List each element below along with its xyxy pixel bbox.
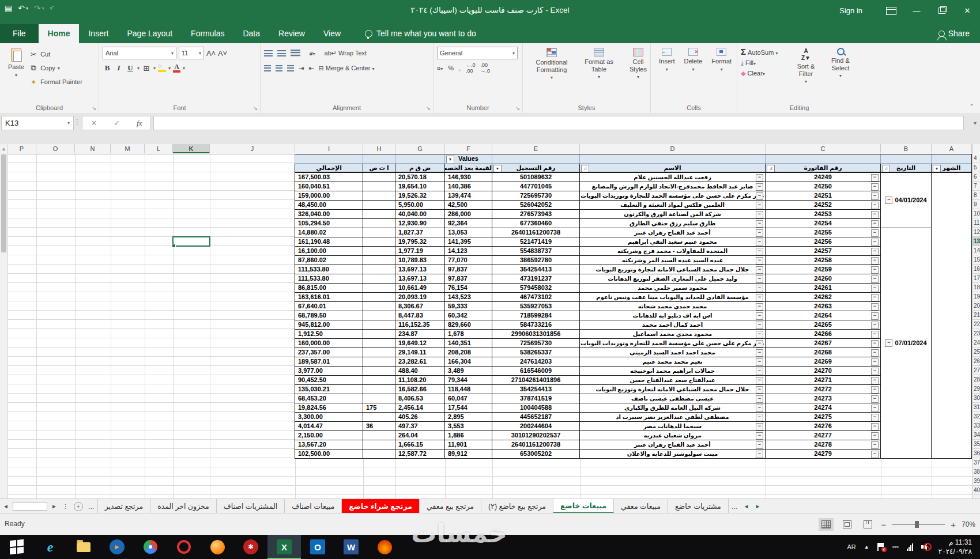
vat-cell[interactable]: 8,406.53 — [395, 394, 444, 403]
comma-style-button[interactable]: , — [459, 65, 461, 71]
collapse-button[interactable]: − — [871, 340, 879, 348]
total-cell[interactable]: 189,587.01 — [295, 357, 363, 367]
flame-app-icon[interactable] — [368, 535, 401, 559]
ribbon-tab-review[interactable]: Review — [269, 24, 314, 43]
collapse-button[interactable]: − — [756, 358, 763, 366]
column-header-O[interactable]: O — [36, 144, 75, 153]
row-header-24[interactable]: 24 — [973, 338, 980, 348]
row-header-28[interactable]: 28 — [973, 375, 980, 384]
fill-color-button[interactable]: ◌ — [158, 64, 166, 72]
outlook-icon[interactable]: O — [301, 535, 334, 559]
column-header-H[interactable]: H — [363, 144, 395, 153]
registration-cell[interactable]: 521471419 — [492, 237, 579, 247]
registration-cell[interactable]: 29906031301856 — [492, 330, 579, 339]
ats-cell[interactable] — [363, 173, 395, 182]
name-cell[interactable]: محمود سمير حلمي محمد− — [579, 284, 765, 293]
muted-speaker-icon[interactable] — [921, 543, 930, 551]
registration-cell[interactable]: 276573943 — [492, 210, 579, 219]
ribbon-tab-file[interactable]: File — [0, 24, 39, 43]
vat-cell[interactable]: 8,447.83 — [395, 311, 444, 320]
collapse-button[interactable]: − — [871, 368, 879, 375]
horizontal-scrollbar[interactable] — [13, 502, 47, 511]
collapse-button[interactable]: − — [871, 257, 879, 265]
column-label-ats[interactable]: ا ت ص — [363, 164, 395, 173]
invoice-cell[interactable]: 24250− — [765, 182, 880, 191]
column-header-F[interactable]: F — [445, 144, 492, 153]
collapse-button[interactable]: − — [756, 220, 763, 228]
registration-cell[interactable]: 100404588 — [492, 403, 579, 413]
net-value-cell[interactable]: 3,489 — [444, 367, 492, 376]
ats-cell[interactable] — [363, 228, 395, 237]
selected-cell[interactable] — [172, 236, 210, 247]
insert-function-button[interactable]: fx — [137, 119, 142, 128]
values-filter-button[interactable]: ▼ — [446, 156, 454, 164]
total-cell[interactable]: 68,453.20 — [295, 394, 363, 403]
invoice-cell[interactable]: 24249− — [765, 173, 880, 182]
delete-cells-button[interactable]: Delete▾ — [680, 46, 707, 74]
row-header-33[interactable]: 33 — [973, 421, 980, 430]
scroll-up-arrow[interactable]: ▲ — [0, 144, 7, 152]
sheet-tab-0[interactable]: مرتجع تصدير — [97, 499, 151, 513]
minimize-button[interactable]: — — [904, 0, 929, 21]
values-band-cell[interactable] — [880, 154, 931, 164]
ribbon-tab-insert[interactable]: Insert — [79, 24, 118, 43]
registration-cell[interactable]: 526042052 — [492, 201, 579, 210]
vat-cell[interactable]: 20,093.19 — [395, 293, 444, 302]
sheet-tab-1[interactable]: مخزون اخر المدة — [150, 499, 217, 513]
name-cell[interactable]: مينت سوليوشنز للدعايه والاعلان− — [579, 450, 765, 459]
collapse-button[interactable]: − — [871, 386, 879, 394]
ribbon-display-options-button[interactable] — [879, 0, 904, 21]
name-cell[interactable]: عمر مكرم على حسن على مؤسسة الحمد للتجارة… — [579, 191, 765, 201]
net-value-cell[interactable]: 1,886 — [444, 431, 492, 440]
collapse-button[interactable]: − — [756, 432, 763, 440]
hscroll-right-arrow[interactable]: ► — [48, 499, 60, 513]
collapse-button[interactable]: − — [871, 266, 879, 274]
column-label-total[interactable]: الإجمالي — [295, 164, 363, 173]
collapse-button[interactable]: − — [871, 377, 879, 384]
vat-cell[interactable]: 405.26 — [395, 413, 444, 422]
collapse-button[interactable]: − — [756, 322, 763, 329]
format-cells-button[interactable]: Format▾ — [707, 46, 736, 74]
number-format-combo[interactable]: General▾ — [437, 47, 518, 59]
net-value-cell[interactable]: 97,837 — [444, 274, 492, 284]
registration-cell[interactable]: 535927053 — [492, 302, 579, 311]
sheet-tab-4[interactable]: مرتجع شراء خاضع — [342, 499, 420, 513]
total-cell[interactable]: 237,357.00 — [295, 348, 363, 357]
row-header-19[interactable]: 19 — [973, 292, 980, 301]
collapse-button[interactable]: − — [756, 312, 763, 320]
registration-cell[interactable]: 501089632 — [492, 173, 579, 182]
collapse-button[interactable]: − — [756, 229, 763, 237]
registration-cell[interactable]: 677360460 — [492, 219, 579, 228]
collapse-button[interactable]: − — [871, 349, 879, 357]
net-value-cell[interactable]: 60,047 — [444, 394, 492, 403]
invoice-cell[interactable]: 24270− — [765, 367, 880, 376]
registration-cell[interactable]: 354254413 — [492, 385, 579, 394]
name-cell[interactable]: محمود مجدي محمد اسماعيل− — [579, 330, 765, 339]
zoom-level[interactable]: 70% — [962, 520, 975, 528]
ribbon-tab-view[interactable]: View — [314, 24, 350, 43]
autosum-button[interactable]: Σ AutoSum ▾ — [741, 47, 778, 56]
total-cell[interactable]: 3,300.00 — [295, 413, 363, 422]
italic-button[interactable]: I — [114, 63, 123, 73]
name-cell[interactable]: صابر عبد الحافظ محمدفرج-الاتحاد للوازم ا… — [579, 182, 765, 191]
name-cell[interactable]: مؤسسة الفادى للحدايد والبويات مينا عفت و… — [579, 293, 765, 302]
invoice-cell[interactable]: 24254− — [765, 219, 880, 228]
total-cell[interactable]: 1,912.50 — [295, 330, 363, 339]
hscroll-left-arrow[interactable]: ◄ — [0, 499, 12, 513]
net-value-cell[interactable]: 42,500 — [444, 201, 492, 210]
vat-cell[interactable]: 40,040.00 — [395, 210, 444, 219]
ats-cell[interactable] — [363, 413, 395, 422]
ats-cell[interactable] — [363, 284, 395, 293]
values-band-cell[interactable] — [931, 154, 971, 164]
collapse-button[interactable]: − — [871, 202, 879, 209]
total-cell[interactable]: 111,533.80 — [295, 265, 363, 274]
registration-cell[interactable]: 247614203 — [492, 357, 579, 367]
firefox-icon[interactable] — [201, 535, 234, 559]
net-value-cell[interactable]: 60,342 — [444, 311, 492, 320]
collapse-button[interactable]: − — [756, 285, 763, 292]
row-header-26[interactable]: 26 — [973, 357, 980, 366]
expand-formula-bar-button[interactable]: ▾ — [974, 120, 977, 126]
net-value-cell[interactable]: 3,553 — [444, 422, 492, 431]
decrease-decimal-button[interactable]: .00→.0 — [481, 62, 491, 74]
vat-cell[interactable]: 19,649.12 — [395, 339, 444, 348]
